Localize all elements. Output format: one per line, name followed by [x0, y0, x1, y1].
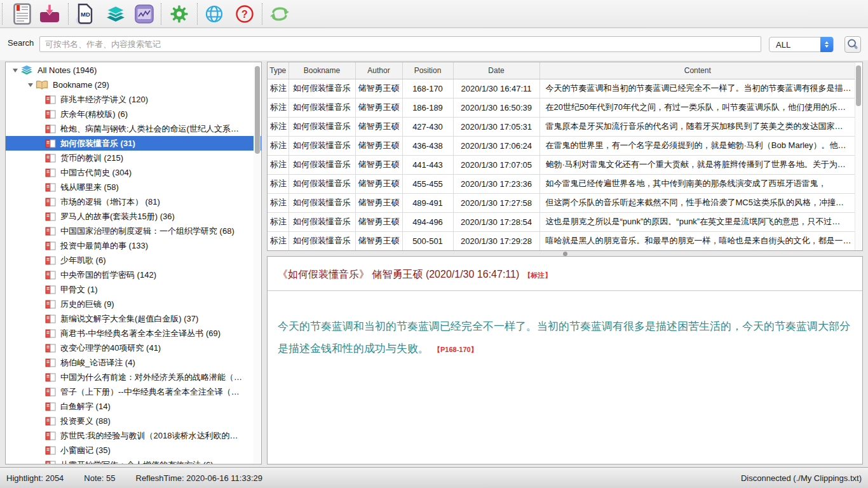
notes-table: TypeBooknameAuthorPositionDateContent 标注…: [268, 62, 855, 251]
magnifier-icon: [846, 38, 859, 51]
tree-item-label: 改变心理学的40项研究 (41): [60, 342, 161, 354]
column-header-content[interactable]: Content: [539, 62, 855, 79]
table-row[interactable]: 标注如何假装懂音乐储智勇王硕168-1702020/1/30 16:47:11今…: [268, 79, 855, 98]
search-button[interactable]: [844, 36, 861, 53]
red-book-icon: [45, 198, 56, 207]
tree-item-book[interactable]: 薛兆丰经济学讲义 (120): [6, 92, 261, 107]
table-row[interactable]: 标注如何假装懂音乐储智勇王硕494-4962020/1/30 17:28:54这…: [268, 212, 855, 231]
red-book-icon: [45, 431, 56, 440]
column-header-date[interactable]: Date: [453, 62, 539, 79]
tree-item-book[interactable]: 中国国家治理的制度逻辑：一个组织学研究 (68): [6, 224, 261, 238]
toolbar-button-refresh[interactable]: [266, 2, 294, 26]
tree-item-label: 白鱼解字 (14): [60, 401, 111, 412]
chevron-down-icon[interactable]: [26, 83, 34, 87]
tree-item-book[interactable]: 中央帝国的哲学密码 (142): [6, 268, 261, 282]
table-cell: 455-455: [402, 174, 453, 193]
toolbar-button-stats[interactable]: [130, 2, 158, 26]
toolbar-button-markdown-export[interactable]: MD: [71, 2, 98, 26]
table-scrollbar-thumb[interactable]: [856, 65, 861, 106]
table-cell: 如今雷鬼已经传遍世界各地，其中传到南美的那条线演变成了西班牙语雷鬼，: [539, 174, 855, 193]
horizontal-splitter[interactable]: [267, 251, 863, 256]
note-position-tag: 【P168-170】: [433, 346, 478, 353]
tree-item-book[interactable]: 中国古代简史 (304): [6, 165, 261, 180]
tree-item-book[interactable]: 庆余年(精校版) (6): [6, 107, 261, 121]
tree-item-book[interactable]: 罗马人的故事(套装共15册) (36): [6, 209, 261, 224]
column-header-type[interactable]: Type: [268, 62, 288, 79]
toolbar-button-layers[interactable]: [102, 2, 130, 26]
table-cell: 2020/1/30 17:27:58: [453, 193, 539, 212]
red-book-icon: [45, 271, 56, 280]
tree-item-book[interactable]: 市场的逻辑（增订本） (81): [6, 194, 261, 209]
column-header-position[interactable]: Position: [402, 62, 453, 79]
tree-item-label: 中国古代简史 (304): [60, 167, 132, 179]
tree-item-book[interactable]: 苏世民:我的经验与教训（2018读桥水达利欧的…: [6, 428, 261, 443]
table-cell: 如何假装懂音乐: [288, 231, 355, 250]
tree-item-book[interactable]: 历史的巨镜 (9): [6, 297, 261, 311]
status-bar: Hightlight: 2054 Note: 55 RefleshTime: 2…: [0, 467, 868, 488]
tree-item-all-notes[interactable]: All Notes (1946): [6, 63, 261, 78]
toolbar-button-web[interactable]: [200, 2, 228, 26]
toolbar-button-document[interactable]: [8, 2, 36, 26]
tree-item-label: 中国为什么有前途：对外经济关系的战略潜能（…: [60, 372, 242, 383]
toolbar-button-settings[interactable]: [165, 2, 193, 26]
help-icon: ?: [235, 4, 254, 24]
search-input[interactable]: [39, 36, 761, 52]
tree-item-book[interactable]: 甲骨文 (1): [6, 282, 261, 297]
table-cell: 如何假装懂音乐: [288, 174, 355, 193]
tree-item-label: 杨伯峻_论语译注 (4): [60, 357, 135, 369]
tree-item-book[interactable]: 白鱼解字 (14): [6, 399, 261, 414]
toolbar-separator: [161, 3, 161, 25]
tree-item-book[interactable]: 管子（上下册）--中华经典名著全本全注全译（…: [6, 384, 261, 399]
chevron-down-icon[interactable]: [11, 69, 19, 72]
table-row[interactable]: 标注如何假装懂音乐储智勇王硕500-5012020/1/30 17:29:28嘻…: [268, 231, 855, 250]
tree-item-book[interactable]: 投资中最简单的事 (133): [6, 238, 261, 253]
tree-item-label: 中国国家治理的制度逻辑：一个组织学研究 (68): [60, 226, 234, 237]
tree-item-book[interactable]: 商君书-中华经典名著全本全注全译丛书 (69): [6, 326, 261, 341]
toolbar-separator: [68, 3, 69, 25]
table-scrollbar[interactable]: [855, 63, 862, 251]
table-row[interactable]: 标注如何假装懂音乐储智勇王硕489-4912020/1/30 17:27:58但…: [268, 193, 855, 212]
toolbar-button-import[interactable]: [36, 2, 64, 26]
table-row[interactable]: 标注如何假装懂音乐储智勇王硕441-4432020/1/30 17:07:05鲍…: [268, 155, 855, 174]
tree-item-book[interactable]: 投资要义 (88): [6, 414, 261, 428]
detail-divider: [268, 290, 862, 291]
table-row[interactable]: 标注如何假装懂音乐储智勇王硕436-4382020/1/30 17:06:24在…: [268, 136, 855, 155]
tree-item-book[interactable]: 如何假装懂音乐 (31): [6, 136, 261, 151]
svg-text:?: ?: [241, 9, 248, 20]
red-book-icon: [45, 125, 56, 133]
filter-dropdown[interactable]: ALL: [769, 37, 834, 52]
tree-item-label: All Notes (1946): [37, 65, 97, 75]
table-row[interactable]: 标注如何假装懂音乐储智勇王硕427-4302020/1/30 17:05:31雷…: [268, 117, 855, 136]
tree-item-book[interactable]: 货币的教训 (215): [6, 151, 261, 165]
tree-item-book[interactable]: 小窗幽记 (35): [6, 443, 261, 458]
note-type-tag: 【标注】: [524, 271, 552, 279]
tree-item-book[interactable]: 枪炮、病菌与钢铁:人类社会的命运(世纪人文系…: [6, 121, 261, 136]
table-row[interactable]: 标注如何假装懂音乐储智勇王硕186-1892020/1/30 16:50:39在…: [268, 98, 855, 117]
toolbar-separator: [2, 3, 3, 25]
tree-item-book[interactable]: 改变心理学的40项研究 (41): [6, 341, 261, 355]
table-cell: 500-501: [402, 231, 453, 250]
tree-item-book[interactable]: 钱从哪里来 (58): [6, 180, 261, 194]
table-cell: 如何假装懂音乐: [288, 136, 355, 155]
tree-item-book[interactable]: 从零开始学写作：个人增值的有效方法 (6): [6, 458, 261, 464]
table-row[interactable]: 标注如何假装懂音乐储智勇王硕455-4552020/1/30 17:23:36如…: [268, 174, 855, 193]
tree-item-book[interactable]: 杨伯峻_论语译注 (4): [6, 355, 261, 370]
red-book-icon: [45, 241, 56, 250]
tree-item-label: 货币的教训 (215): [60, 152, 123, 164]
tree-item-label: 中央帝国的哲学密码 (142): [60, 269, 156, 281]
tree-item-book[interactable]: 中国为什么有前途：对外经济关系的战略潜能（…: [6, 370, 261, 384]
column-header-author[interactable]: Author: [355, 62, 402, 79]
table-cell: 鲍勃·马利对雷鬼文化还有一个重大贡献，就是将脏辫传播到了世界各地。关于为…: [539, 155, 855, 174]
table-cell: 如何假装懂音乐: [288, 193, 355, 212]
sidebar-scrollbar[interactable]: [254, 63, 261, 464]
tree-item-book[interactable]: 新编说文解字大全集(超值白金版) (37): [6, 311, 261, 326]
red-book-icon: [45, 285, 56, 294]
column-header-bookname[interactable]: Bookname: [288, 62, 355, 79]
table-cell: 2020/1/30 17:07:05: [453, 155, 539, 174]
tree-item-bookname-group[interactable]: Bookname (29): [6, 78, 261, 92]
tree-item-book[interactable]: 少年凯歌 (6): [6, 253, 261, 268]
sidebar-scrollbar-thumb[interactable]: [255, 66, 260, 154]
note-detail-title: 《如何假装懂音乐》 储智勇王硕 (2020/1/30 16:47:11)【标注】: [278, 268, 851, 281]
table-cell: 441-443: [402, 155, 453, 174]
toolbar-button-help[interactable]: ?: [231, 2, 259, 26]
